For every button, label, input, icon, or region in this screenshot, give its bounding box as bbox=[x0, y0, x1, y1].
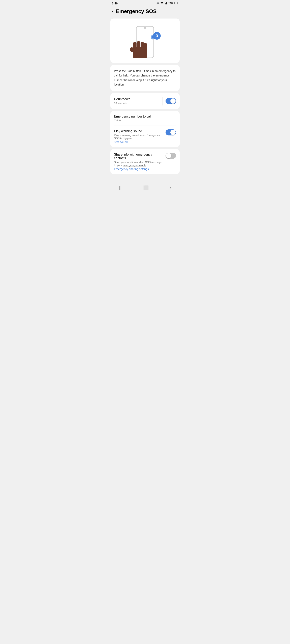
phone-illustration: 3 bbox=[131, 24, 159, 58]
emergency-sharing-settings-link[interactable]: Emergency sharing settings bbox=[114, 168, 149, 171]
illustration-card: 3 bbox=[110, 18, 180, 63]
emergency-contacts-link[interactable]: emergency contacts bbox=[123, 164, 146, 167]
countdown-sublabel: 10 seconds bbox=[114, 102, 158, 105]
recent-apps-button[interactable]: ||| bbox=[119, 185, 122, 190]
emergency-number-card: Emergency number to call Call 0 Play war… bbox=[110, 111, 180, 147]
header: ‹ Emergency SOS bbox=[109, 6, 181, 18]
play-warning-label: Play warning sound bbox=[114, 130, 164, 133]
countdown-info: Countdown 10 seconds bbox=[114, 98, 160, 105]
svg-rect-5 bbox=[178, 2, 178, 4]
svg-rect-6 bbox=[174, 2, 175, 4]
share-info-card: Share info with emergency contacts Send … bbox=[110, 149, 180, 174]
share-info-sublabel: Send your location and an SOS message to… bbox=[114, 160, 164, 167]
hand bbox=[133, 40, 149, 58]
status-time: 3:40 bbox=[112, 2, 118, 5]
emergency-number-row[interactable]: Emergency number to call Call 0 bbox=[110, 111, 180, 126]
countdown-card: Countdown 10 seconds bbox=[110, 93, 180, 109]
emergency-number-info: Emergency number to call Call 0 bbox=[114, 115, 176, 122]
share-info-toggle[interactable] bbox=[166, 153, 176, 159]
svg-rect-1 bbox=[165, 3, 166, 4]
share-info-info: Share info with emergency contacts Send … bbox=[114, 153, 166, 167]
svg-rect-3 bbox=[167, 2, 167, 4]
content-area: 3 Press the Side button 5 times in an em… bbox=[109, 18, 181, 176]
description-card: Press the Side button 5 times in an emer… bbox=[110, 65, 180, 91]
countdown-toggle-knob bbox=[170, 98, 176, 104]
back-button[interactable]: ‹ bbox=[112, 9, 113, 14]
test-sound-link[interactable]: Test sound bbox=[114, 140, 128, 144]
countdown-row[interactable]: Countdown 10 seconds bbox=[110, 93, 180, 109]
gamepad-icon: 🎮 bbox=[156, 2, 159, 5]
signal-icon bbox=[165, 2, 168, 5]
status-icons: 🎮 23% bbox=[156, 2, 178, 5]
status-bar: 3:40 🎮 23% bbox=[109, 0, 181, 6]
countdown-label: Countdown bbox=[114, 98, 158, 101]
press-count-badge: 3 bbox=[153, 32, 161, 40]
home-button[interactable]: ⬜ bbox=[143, 185, 149, 190]
play-warning-toggle[interactable] bbox=[166, 130, 176, 136]
share-info-sublabel-text3: . bbox=[146, 164, 147, 167]
wifi-icon bbox=[160, 2, 164, 5]
battery-icon bbox=[174, 2, 178, 5]
countdown-toggle[interactable] bbox=[166, 98, 176, 104]
play-warning-top: Play warning sound Play a warning sound … bbox=[114, 130, 176, 140]
back-nav-button[interactable]: ‹ bbox=[169, 185, 171, 190]
phone-notch bbox=[144, 27, 146, 28]
share-info-toggle-knob bbox=[166, 153, 171, 158]
play-warning-section: Play warning sound Play a warning sound … bbox=[110, 126, 180, 147]
svg-rect-2 bbox=[166, 2, 167, 5]
play-warning-toggle-knob bbox=[170, 130, 176, 135]
svg-rect-0 bbox=[165, 4, 165, 4]
share-info-top: Share info with emergency contacts Send … bbox=[114, 153, 176, 167]
nav-bar: ||| ⬜ ‹ bbox=[109, 182, 181, 196]
emergency-number-sublabel: Call 0 bbox=[114, 119, 174, 122]
play-warning-info: Play warning sound Play a warning sound … bbox=[114, 130, 166, 140]
play-warning-sublabel: Play a warning sound when Emergency SOS … bbox=[114, 134, 164, 140]
page-title: Emergency SOS bbox=[116, 8, 156, 14]
hand-palm bbox=[133, 47, 147, 58]
share-info-label: Share info with emergency contacts bbox=[114, 153, 164, 160]
emergency-number-label: Emergency number to call bbox=[114, 115, 174, 118]
battery-percent: 23% bbox=[168, 2, 173, 5]
description-text: Press the Side button 5 times in an emer… bbox=[114, 69, 176, 87]
